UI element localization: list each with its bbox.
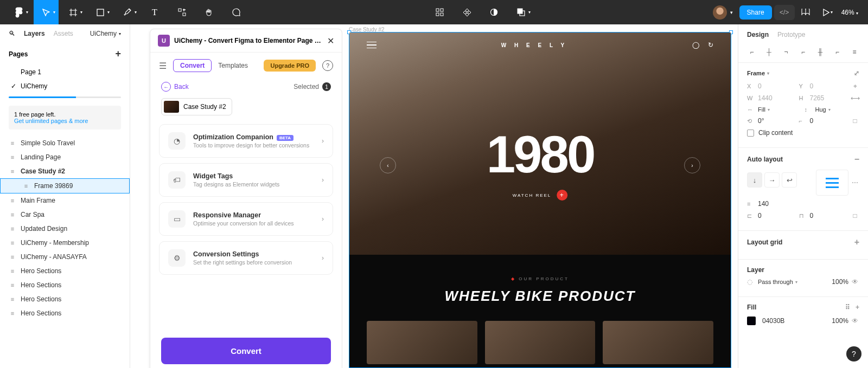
add-fill-button[interactable]: + <box>856 304 859 311</box>
remove-autolayout-button[interactable]: − <box>854 154 859 164</box>
share-button[interactable]: Share <box>739 5 772 20</box>
tab-assets[interactable]: Assets <box>54 30 73 37</box>
layer-item[interactable]: ≡Updated Design <box>0 222 130 236</box>
vert-resize-dropdown[interactable]: Hug▾ <box>815 106 831 113</box>
upgrade-link[interactable]: Get unlimited pages & more <box>14 118 88 124</box>
radius-detail-icon[interactable]: □ <box>851 117 859 125</box>
layer-item[interactable]: ≡Hero Sections <box>0 278 130 292</box>
fill-opacity[interactable]: 100% <box>832 317 848 325</box>
gap-input[interactable]: 140 <box>758 200 769 208</box>
tab-templates[interactable]: Templates <box>218 62 248 69</box>
frame-tool[interactable]: ▾ <box>61 0 86 24</box>
align-hcenter-icon[interactable]: ┼ <box>764 48 774 56</box>
card-responsive[interactable]: ▭ Responsive ManagerOptimise your conver… <box>159 202 333 236</box>
library-button[interactable] <box>797 0 814 24</box>
x-input[interactable]: 0 <box>758 82 762 90</box>
layer-item[interactable]: ≡UiChemy - ANASAYFA <box>0 250 130 264</box>
clip-content-checkbox[interactable]: Clip content <box>747 129 793 137</box>
alignment-box[interactable] <box>816 170 848 196</box>
shape-tool[interactable]: ▾ <box>88 0 113 24</box>
styles-icon[interactable]: ⠿ <box>845 304 850 311</box>
layer-item[interactable]: ≡UiChemy - Membership <box>0 236 130 250</box>
selection-chip[interactable]: Case Study #2 <box>161 98 232 115</box>
padv-input[interactable]: 0 <box>810 212 814 219</box>
layer-item[interactable]: ≡Landing Page <box>0 150 130 164</box>
help-button[interactable]: ? <box>322 60 333 71</box>
layer-item[interactable]: ≡Hero Sections <box>0 306 130 320</box>
back-button[interactable]: ←Back <box>161 82 189 92</box>
padh-input[interactable]: 0 <box>758 212 762 219</box>
add-page-button[interactable]: + <box>115 48 121 60</box>
align-left-icon[interactable]: ⌐ <box>747 48 757 56</box>
rotation-input[interactable]: 0° <box>758 117 764 125</box>
help-fab[interactable]: ? <box>846 346 861 361</box>
absolute-icon[interactable]: ⌖ <box>851 82 859 90</box>
direction-vertical-button[interactable]: ↓ <box>747 172 762 188</box>
autolayout-more-icon[interactable]: ⋯ <box>851 179 859 186</box>
layer-item[interactable]: ≡Hero Sections <box>0 292 130 306</box>
fit-icon[interactable]: ⤢ <box>854 69 859 77</box>
page-item[interactable]: UiChemy <box>0 79 130 93</box>
add-layoutgrid-button[interactable]: + <box>854 237 859 247</box>
boolean-tool[interactable]: ▾ <box>509 0 534 24</box>
comment-tool[interactable] <box>224 0 248 24</box>
pen-tool[interactable]: ▾ <box>115 0 140 24</box>
layer-item[interactable]: ≡Hero Sections <box>0 264 130 278</box>
horiz-resize-dropdown[interactable]: Fill▾ <box>758 106 770 113</box>
tab-convert[interactable]: Convert <box>173 59 212 72</box>
padding-detail-icon[interactable]: □ <box>851 212 859 219</box>
tab-prototype[interactable]: Prototype <box>777 31 805 38</box>
blend-mode-dropdown[interactable]: Pass through▾ <box>758 279 797 285</box>
chevron-down-icon: ▾ <box>135 10 137 15</box>
height-input[interactable]: 7265 <box>810 94 825 102</box>
zoom-level[interactable]: 46% ▾ <box>838 9 861 16</box>
fill-hex[interactable]: 04030B <box>762 317 784 325</box>
canvas[interactable]: Case Study #2 W H E E L Y ◯↻ 1980 WATCH … <box>342 24 738 368</box>
layer-item[interactable]: ≡Car Spa <box>0 208 130 222</box>
align-right-icon[interactable]: ¬ <box>781 48 791 56</box>
y-input[interactable]: 0 <box>810 82 814 90</box>
direction-horizontal-button[interactable]: → <box>764 172 780 188</box>
align-bottom-icon[interactable]: ⌐ <box>833 48 843 56</box>
diamond-tool[interactable] <box>455 0 480 24</box>
components-tool[interactable] <box>427 0 452 24</box>
plugin-panel: U UiChemy - Convert Figma to Elementor P… <box>150 29 342 368</box>
devmode-button[interactable]: </> <box>774 5 795 20</box>
opacity-input[interactable]: 100% <box>832 278 848 286</box>
tab-design[interactable]: Design <box>747 31 769 38</box>
resources-tool[interactable] <box>169 0 194 24</box>
radius-input[interactable]: 0 <box>810 117 814 125</box>
visibility-icon[interactable]: 👁 <box>851 317 859 325</box>
move-tool[interactable]: ▾ <box>34 0 59 24</box>
text-tool[interactable]: T <box>142 0 167 24</box>
layer-item[interactable]: ≡Simple Solo Travel <box>0 136 130 150</box>
layer-item[interactable]: ≡Case Study #2 <box>0 164 130 178</box>
align-vcenter-icon[interactable]: ╫ <box>815 48 825 56</box>
width-input[interactable]: 1440 <box>758 94 773 102</box>
menu-icon[interactable]: ☰ <box>159 61 167 71</box>
align-top-icon[interactable]: ⌐ <box>799 48 808 56</box>
card-widget-tags[interactable]: 🏷 Widget TagsTag designs as Elementor wi… <box>159 163 333 197</box>
frame-type-dropdown[interactable]: Frame▾ <box>747 70 769 76</box>
search-icon[interactable]: 🔍︎ <box>9 30 15 37</box>
page-item[interactable]: Page 1 <box>0 65 130 79</box>
hand-tool[interactable] <box>196 0 221 24</box>
project-dropdown[interactable]: UiChemy▾ <box>90 30 121 37</box>
figma-menu[interactable]: ▾ <box>7 0 31 24</box>
visibility-icon[interactable]: 👁 <box>851 278 859 286</box>
color-swatch[interactable] <box>747 317 756 325</box>
tab-layers[interactable]: Layers <box>24 30 45 37</box>
mask-tool[interactable] <box>482 0 507 24</box>
user-avatar-menu[interactable]: ▾ <box>713 5 733 20</box>
direction-wrap-button[interactable]: ↩ <box>782 172 797 188</box>
align-more-icon[interactable]: ≡ <box>850 48 859 56</box>
layer-item-selected[interactable]: ≡Frame 39869 <box>0 178 130 193</box>
upgrade-button[interactable]: Upgrade PRO <box>264 60 316 72</box>
present-button[interactable]: ▾ <box>816 0 836 24</box>
card-settings[interactable]: ⚙ Conversion SettingsSet the right setti… <box>159 241 333 275</box>
close-button[interactable]: ✕ <box>327 36 334 46</box>
lock-ratio-icon[interactable]: ⟷ <box>851 94 859 102</box>
card-optimization[interactable]: ◔ Optimization CompanionBETATools to imp… <box>159 124 333 158</box>
layer-item[interactable]: ≡Main Frame <box>0 193 130 208</box>
convert-button[interactable]: Convert <box>161 338 331 364</box>
